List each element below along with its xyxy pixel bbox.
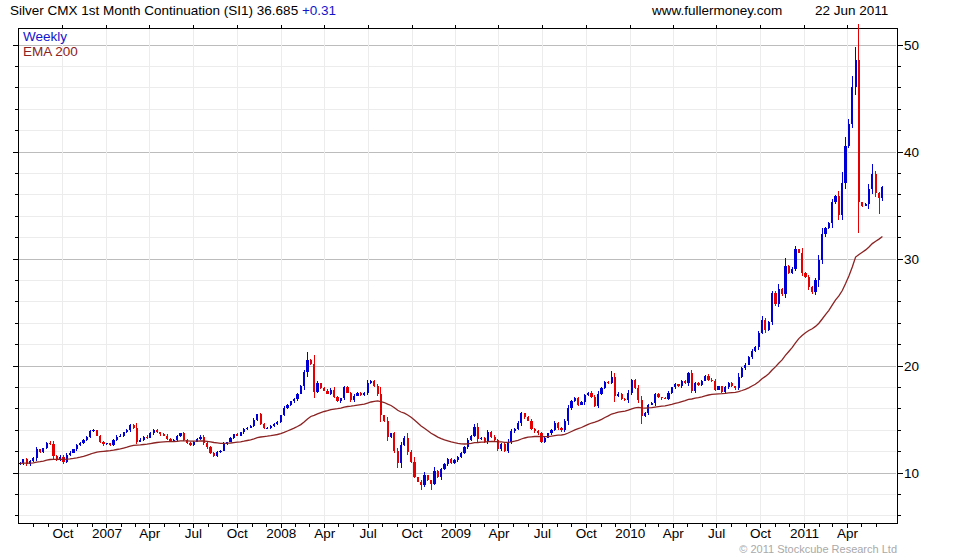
- svg-text:Apr: Apr: [837, 526, 859, 541]
- candlesticks: [19, 24, 884, 490]
- svg-text:2007: 2007: [92, 526, 122, 541]
- svg-text:Jul: Jul: [534, 526, 551, 541]
- svg-text:Apr: Apr: [663, 526, 685, 541]
- svg-text:Oct: Oct: [227, 526, 248, 541]
- svg-text:20: 20: [904, 359, 919, 374]
- svg-text:Oct: Oct: [576, 526, 597, 541]
- svg-text:Jul: Jul: [708, 526, 725, 541]
- svg-text:Apr: Apr: [488, 526, 510, 541]
- svg-text:Oct: Oct: [402, 526, 423, 541]
- copyright-notice: © 2011 Stockcube Research Ltd: [739, 543, 897, 555]
- chart-window: Silver CMX 1st Month Continuation (SI1) …: [0, 0, 980, 560]
- svg-text:2010: 2010: [615, 526, 645, 541]
- ema-line: [20, 237, 882, 464]
- x-axis-labels: Oct2007AprJulOct2008AprJulOct2009AprJulO…: [52, 526, 858, 541]
- svg-text:2008: 2008: [266, 526, 296, 541]
- svg-text:Jul: Jul: [185, 526, 202, 541]
- svg-text:2009: 2009: [441, 526, 471, 541]
- legend-weekly: Weekly: [23, 29, 67, 44]
- svg-text:Apr: Apr: [139, 526, 161, 541]
- svg-text:30: 30: [904, 252, 919, 267]
- svg-text:10: 10: [904, 466, 919, 481]
- svg-text:2011: 2011: [790, 526, 819, 541]
- svg-text:Oct: Oct: [52, 526, 73, 541]
- svg-text:Jul: Jul: [359, 526, 376, 541]
- svg-text:Oct: Oct: [750, 526, 771, 541]
- svg-text:40: 40: [904, 145, 919, 160]
- svg-text:Apr: Apr: [314, 526, 336, 541]
- price-chart-canvas: 1020304050Oct2007AprJulOct2008AprJulOct2…: [0, 0, 980, 560]
- axes: [13, 25, 903, 528]
- legend-ema-200: EMA 200: [23, 44, 78, 59]
- svg-text:50: 50: [904, 38, 919, 53]
- gridlines: [19, 29, 896, 522]
- y-axis-labels: 1020304050: [904, 38, 919, 481]
